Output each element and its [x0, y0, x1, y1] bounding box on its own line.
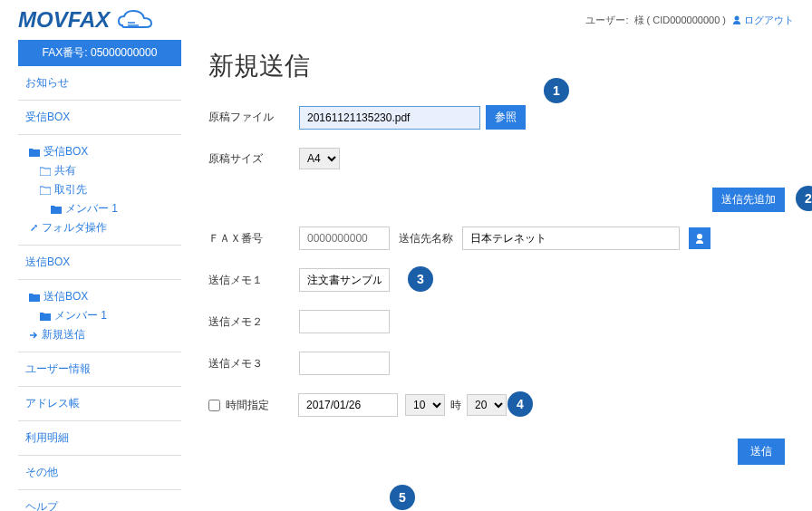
file-input[interactable] [299, 106, 480, 130]
memo1-input[interactable] [299, 268, 390, 292]
fax-label: ＦＡＸ番号 [208, 231, 299, 246]
memo1-label: 送信メモ１ [208, 273, 299, 288]
memo3-input[interactable] [299, 352, 390, 375]
callout-1: 1 [544, 78, 569, 103]
browse-button[interactable]: 参照 [486, 105, 526, 130]
dest-name-label: 送信先名称 [399, 231, 453, 246]
dest-name-input[interactable] [462, 227, 680, 250]
folder-outbox-member1[interactable]: メンバー 1 [25, 306, 174, 325]
schedule-row: 時間指定 10 時 20 分 4 [208, 393, 785, 417]
callout-4: 4 [508, 391, 533, 417]
folder-customers[interactable]: 取引先 [25, 180, 174, 199]
folder-label: 受信BOX [44, 144, 88, 159]
folder-ops-link[interactable]: フォルダ操作 [25, 218, 174, 237]
user-name: 様 ( CID000000000 ) [634, 14, 727, 27]
folder-member1[interactable]: メンバー 1 [25, 199, 174, 218]
callout-5: 5 [390, 485, 415, 510]
user-info: ユーザー: 様 ( CID000000000 ) ログアウト [585, 14, 794, 27]
callout-2: 2 [796, 186, 812, 211]
sidebar: FAX番号: 05000000000 お知らせ 受信BOX 受信BOX 共有 取… [0, 40, 181, 511]
folder-open-icon [40, 186, 51, 195]
user-label: ユーザー: [585, 14, 628, 27]
folder-inbox-root[interactable]: 受信BOX [25, 142, 174, 161]
folder-ops-label: フォルダ操作 [42, 220, 107, 236]
logo: MOVFAX [18, 7, 157, 33]
folder-icon [51, 205, 62, 214]
logout-link[interactable]: ログアウト [731, 14, 794, 27]
sidebar-item-outbox[interactable]: 送信BOX [18, 246, 181, 280]
fax-row: ＦＡＸ番号 送信先名称 [208, 227, 785, 250]
folder-icon [29, 148, 40, 157]
logo-text: MOVFAX [18, 7, 110, 33]
folder-label: 取引先 [54, 182, 87, 198]
schedule-label: 時間指定 [226, 398, 298, 413]
submit-button[interactable]: 送信 [738, 439, 785, 465]
folder-label: 共有 [54, 163, 76, 178]
wrench-icon [29, 224, 38, 233]
sidebar-item-inbox[interactable]: 受信BOX [18, 101, 181, 135]
sidebar-inbox-folders: 受信BOX 共有 取引先 メンバー 1 フォルダ操作 [18, 135, 181, 246]
logout-label: ログアウト [744, 14, 794, 27]
folder-outbox-root[interactable]: 送信BOX [25, 287, 174, 306]
new-send-label: 新規送信 [42, 327, 85, 342]
schedule-min-select[interactable]: 20 [467, 394, 507, 416]
folder-label: 送信BOX [44, 289, 88, 304]
svg-point-1 [697, 234, 702, 239]
hour-suffix: 時 [450, 398, 461, 413]
folder-shared[interactable]: 共有 [25, 161, 174, 180]
memo1-row: 送信メモ１ 3 [208, 268, 785, 292]
memo2-row: 送信メモ２ [208, 310, 785, 333]
schedule-date-input[interactable] [298, 393, 398, 417]
schedule-checkbox[interactable] [208, 400, 220, 411]
memo2-input[interactable] [299, 310, 390, 333]
main-content: 新規送信 原稿ファイル 参照 1 原稿サイズ A4 送信先追加 2 ＦＡＸ番号 … [181, 40, 812, 511]
sidebar-outbox-folders: 送信BOX メンバー 1 新規送信 [18, 280, 181, 352]
schedule-hour-select[interactable]: 10 [405, 394, 445, 416]
sidebar-item-notice[interactable]: お知らせ [18, 66, 181, 101]
new-send-link[interactable]: 新規送信 [25, 325, 174, 344]
arrow-right-icon [29, 331, 38, 340]
folder-open-icon [40, 167, 51, 176]
memo3-row: 送信メモ３ [208, 352, 785, 375]
folder-icon [29, 293, 40, 302]
folder-icon [40, 312, 51, 321]
folder-label: メンバー 1 [54, 308, 107, 323]
logo-cloud-icon [111, 7, 157, 33]
add-dest-row: 送信先追加 2 [208, 188, 785, 212]
svg-point-0 [735, 16, 740, 21]
user-icon [731, 14, 742, 25]
file-row: 原稿ファイル 参照 1 [208, 105, 785, 130]
submit-row: 送信 [208, 439, 785, 465]
addressbook-button[interactable] [689, 227, 710, 249]
size-label: 原稿サイズ [208, 151, 299, 167]
addressbook-icon [693, 232, 706, 245]
fax-number-banner: FAX番号: 05000000000 [18, 40, 181, 66]
memo3-label: 送信メモ３ [208, 356, 299, 371]
sidebar-item-addressbook[interactable]: アドレス帳 [18, 387, 181, 421]
page-title: 新規送信 [208, 49, 785, 83]
size-row: 原稿サイズ A4 [208, 148, 785, 169]
fax-input[interactable] [299, 227, 390, 250]
add-dest-button[interactable]: 送信先追加 [712, 188, 785, 212]
memo2-label: 送信メモ２ [208, 314, 299, 330]
file-label: 原稿ファイル [208, 110, 299, 125]
sidebar-item-usage[interactable]: 利用明細 [18, 421, 181, 456]
sidebar-item-help[interactable]: ヘルプ [18, 490, 181, 511]
callout-3: 3 [408, 266, 433, 292]
size-select[interactable]: A4 [299, 148, 340, 169]
sidebar-item-other[interactable]: その他 [18, 456, 181, 490]
folder-label: メンバー 1 [65, 201, 118, 217]
sidebar-item-userinfo[interactable]: ユーザー情報 [18, 352, 181, 387]
